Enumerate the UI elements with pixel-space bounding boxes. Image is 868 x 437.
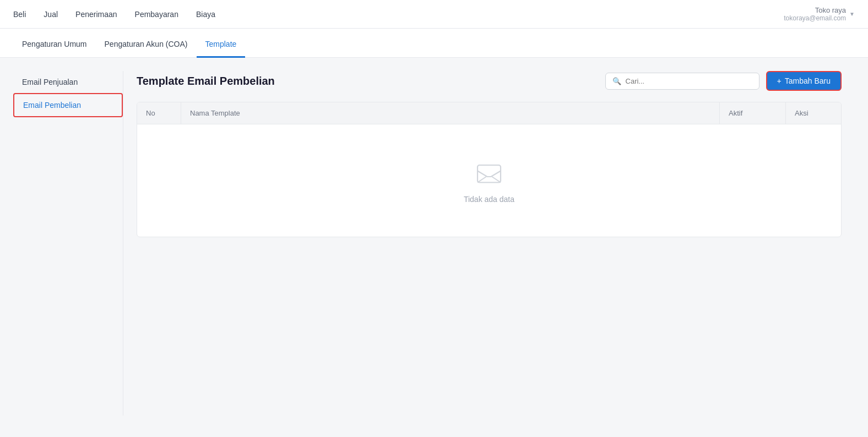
plus-icon: + [777,77,782,85]
user-info: Toko raya tokoraya@email.com [784,6,846,22]
col-nama-template: Nama Template [181,102,720,124]
search-icon: 🔍 [612,77,621,85]
col-aktif: Aktif [720,102,786,124]
nav-item-jual[interactable]: Jual [44,1,58,28]
sidebar-item-email-pembelian[interactable]: Email Pembelian [13,93,123,117]
tab-bar: Pengaturan Umum Pengaturan Akun (COA) Te… [0,29,868,58]
nav-item-penerimaan[interactable]: Penerimaan [75,1,117,28]
user-name: Toko raya [784,6,846,14]
add-button-label: Tambah Baru [785,77,831,85]
user-profile[interactable]: Toko raya tokoraya@email.com ▼ [784,6,855,22]
sidebar: Email Penjualan Email Pembelian [13,71,123,416]
main-content: Email Penjualan Email Pembelian Template… [0,58,868,429]
empty-text: Tidak ada data [464,195,514,204]
search-box: 🔍 [605,73,760,90]
user-email: tokoraya@email.com [784,14,846,22]
tab-pengaturan-umum[interactable]: Pengaturan Umum [13,29,96,58]
col-no: No [137,102,181,124]
search-input[interactable] [626,77,752,85]
content-header: Template Email Pembelian 🔍 + Tambah Baru [137,71,842,91]
table-container: No Nama Template Aktif Aksi Tidak ada da… [137,102,842,237]
tab-template[interactable]: Template [197,29,246,58]
add-new-button[interactable]: + Tambah Baru [766,71,842,91]
table-header: No Nama Template Aktif Aksi [137,102,841,124]
nav-item-beli[interactable]: Beli [13,1,26,28]
nav-item-biaya[interactable]: Biaya [196,1,215,28]
sidebar-item-email-penjualan[interactable]: Email Penjualan [13,71,123,93]
top-nav: Beli Jual Penerimaan Pembayaran Biaya To… [0,0,868,29]
chevron-down-icon: ▼ [849,11,855,17]
empty-state: Tidak ada data [137,124,841,237]
nav-item-pembayaran[interactable]: Pembayaran [135,1,178,28]
tab-pengaturan-akun[interactable]: Pengaturan Akun (COA) [96,29,197,58]
nav-menu: Beli Jual Penerimaan Pembayaran Biaya [13,1,215,28]
page-title: Template Email Pembelian [137,75,275,88]
content-area: Template Email Pembelian 🔍 + Tambah Baru… [123,71,855,416]
col-aksi: Aksi [786,102,841,124]
header-actions: 🔍 + Tambah Baru [605,71,842,91]
empty-inbox-icon [474,157,504,188]
